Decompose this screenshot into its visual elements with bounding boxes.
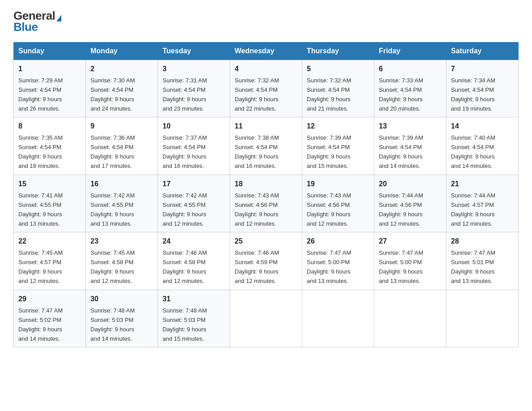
calendar-cell: 12Sunrise: 7:39 AMSunset: 4:54 PMDayligh… xyxy=(302,117,374,175)
calendar-cell: 25Sunrise: 7:46 AMSunset: 4:59 PMDayligh… xyxy=(230,232,302,290)
day-number: 25 xyxy=(235,236,297,247)
day-number: 16 xyxy=(90,179,153,190)
day-info: Sunrise: 7:46 AMSunset: 4:58 PMDaylight:… xyxy=(163,249,207,284)
day-number: 21 xyxy=(451,179,514,190)
day-number: 26 xyxy=(307,236,369,247)
calendar-cell: 21Sunrise: 7:44 AMSunset: 4:57 PMDayligh… xyxy=(446,175,519,232)
calendar-cell: 18Sunrise: 7:43 AMSunset: 4:56 PMDayligh… xyxy=(230,175,302,232)
calendar-week-row: 22Sunrise: 7:45 AMSunset: 4:57 PMDayligh… xyxy=(14,232,519,290)
day-number: 11 xyxy=(235,121,297,132)
day-number: 12 xyxy=(307,121,369,132)
day-info: Sunrise: 7:47 AMSunset: 5:01 PMDaylight:… xyxy=(451,249,495,284)
day-number: 15 xyxy=(18,179,81,190)
calendar-cell: 23Sunrise: 7:45 AMSunset: 4:58 PMDayligh… xyxy=(86,232,158,290)
calendar-cell: 15Sunrise: 7:41 AMSunset: 4:55 PMDayligh… xyxy=(14,175,86,232)
day-info: Sunrise: 7:45 AMSunset: 4:57 PMDaylight:… xyxy=(18,249,63,284)
day-info: Sunrise: 7:36 AMSunset: 4:54 PMDaylight:… xyxy=(90,134,135,169)
calendar-header-row: SundayMondayTuesdayWednesdayThursdayFrid… xyxy=(14,43,519,60)
calendar-cell: 29Sunrise: 7:47 AMSunset: 5:02 PMDayligh… xyxy=(14,290,86,347)
calendar-cell: 13Sunrise: 7:39 AMSunset: 4:54 PMDayligh… xyxy=(374,117,446,175)
logo-blue-text: Blue xyxy=(13,20,38,34)
day-info: Sunrise: 7:43 AMSunset: 4:56 PMDaylight:… xyxy=(307,192,351,227)
calendar-cell: 5Sunrise: 7:32 AMSunset: 4:54 PMDaylight… xyxy=(302,60,374,117)
logo: General Blue xyxy=(13,9,61,34)
day-info: Sunrise: 7:31 AMSunset: 4:54 PMDaylight:… xyxy=(163,77,207,112)
calendar-cell: 9Sunrise: 7:36 AMSunset: 4:54 PMDaylight… xyxy=(86,117,158,175)
day-info: Sunrise: 7:39 AMSunset: 4:54 PMDaylight:… xyxy=(307,134,351,169)
day-number: 4 xyxy=(235,64,297,75)
day-info: Sunrise: 7:42 AMSunset: 4:55 PMDaylight:… xyxy=(90,192,135,227)
day-info: Sunrise: 7:32 AMSunset: 4:54 PMDaylight:… xyxy=(235,77,279,112)
day-number: 17 xyxy=(163,179,225,190)
calendar-cell: 3Sunrise: 7:31 AMSunset: 4:54 PMDaylight… xyxy=(158,60,230,117)
day-number: 2 xyxy=(90,64,153,75)
day-number: 13 xyxy=(379,121,442,132)
day-number: 29 xyxy=(18,294,81,305)
day-number: 3 xyxy=(163,64,225,75)
calendar-cell: 27Sunrise: 7:47 AMSunset: 5:00 PMDayligh… xyxy=(374,232,446,290)
calendar-cell: 31Sunrise: 7:48 AMSunset: 5:03 PMDayligh… xyxy=(158,290,230,347)
calendar-cell: 28Sunrise: 7:47 AMSunset: 5:01 PMDayligh… xyxy=(446,232,519,290)
day-info: Sunrise: 7:42 AMSunset: 4:55 PMDaylight:… xyxy=(163,192,207,227)
calendar-cell: 7Sunrise: 7:34 AMSunset: 4:54 PMDaylight… xyxy=(446,60,519,117)
day-info: Sunrise: 7:43 AMSunset: 4:56 PMDaylight:… xyxy=(235,192,279,227)
day-info: Sunrise: 7:45 AMSunset: 4:58 PMDaylight:… xyxy=(90,249,135,284)
day-info: Sunrise: 7:32 AMSunset: 4:54 PMDaylight:… xyxy=(307,77,351,112)
day-number: 18 xyxy=(235,179,297,190)
col-header-tuesday: Tuesday xyxy=(158,43,230,60)
day-info: Sunrise: 7:48 AMSunset: 5:03 PMDaylight:… xyxy=(90,307,135,342)
calendar-cell: 20Sunrise: 7:44 AMSunset: 4:56 PMDayligh… xyxy=(374,175,446,232)
calendar-cell: 2Sunrise: 7:30 AMSunset: 4:54 PMDaylight… xyxy=(86,60,158,117)
day-number: 14 xyxy=(451,121,514,132)
calendar-cell: 8Sunrise: 7:35 AMSunset: 4:54 PMDaylight… xyxy=(14,117,86,175)
day-number: 9 xyxy=(90,121,153,132)
day-number: 20 xyxy=(379,179,442,190)
day-info: Sunrise: 7:48 AMSunset: 5:03 PMDaylight:… xyxy=(163,307,207,342)
day-number: 28 xyxy=(451,236,514,247)
calendar-cell xyxy=(446,290,519,347)
day-number: 6 xyxy=(379,64,442,75)
calendar-cell: 16Sunrise: 7:42 AMSunset: 4:55 PMDayligh… xyxy=(86,175,158,232)
day-number: 30 xyxy=(90,294,153,305)
calendar-cell xyxy=(230,290,302,347)
day-info: Sunrise: 7:44 AMSunset: 4:57 PMDaylight:… xyxy=(451,192,495,227)
day-info: Sunrise: 7:41 AMSunset: 4:55 PMDaylight:… xyxy=(18,192,63,227)
day-info: Sunrise: 7:30 AMSunset: 4:54 PMDaylight:… xyxy=(90,77,135,112)
day-info: Sunrise: 7:38 AMSunset: 4:54 PMDaylight:… xyxy=(235,134,279,169)
calendar-table: SundayMondayTuesdayWednesdayThursdayFrid… xyxy=(13,42,519,347)
col-header-sunday: Sunday xyxy=(14,43,86,60)
day-info: Sunrise: 7:33 AMSunset: 4:54 PMDaylight:… xyxy=(379,77,423,112)
day-info: Sunrise: 7:39 AMSunset: 4:54 PMDaylight:… xyxy=(379,134,423,169)
calendar-cell: 1Sunrise: 7:29 AMSunset: 4:54 PMDaylight… xyxy=(14,60,86,117)
day-info: Sunrise: 7:46 AMSunset: 4:59 PMDaylight:… xyxy=(235,249,279,284)
calendar-cell: 26Sunrise: 7:47 AMSunset: 5:00 PMDayligh… xyxy=(302,232,374,290)
calendar-cell: 17Sunrise: 7:42 AMSunset: 4:55 PMDayligh… xyxy=(158,175,230,232)
day-number: 1 xyxy=(18,64,81,75)
col-header-friday: Friday xyxy=(374,43,446,60)
day-number: 24 xyxy=(163,236,225,247)
calendar-week-row: 29Sunrise: 7:47 AMSunset: 5:02 PMDayligh… xyxy=(14,290,519,347)
calendar-cell xyxy=(374,290,446,347)
calendar-week-row: 8Sunrise: 7:35 AMSunset: 4:54 PMDaylight… xyxy=(14,117,519,175)
day-info: Sunrise: 7:47 AMSunset: 5:00 PMDaylight:… xyxy=(379,249,423,284)
col-header-thursday: Thursday xyxy=(302,43,374,60)
day-number: 23 xyxy=(90,236,153,247)
day-info: Sunrise: 7:40 AMSunset: 4:54 PMDaylight:… xyxy=(451,134,495,169)
calendar-cell: 14Sunrise: 7:40 AMSunset: 4:54 PMDayligh… xyxy=(446,117,519,175)
calendar-week-row: 1Sunrise: 7:29 AMSunset: 4:54 PMDaylight… xyxy=(14,60,519,117)
col-header-saturday: Saturday xyxy=(446,43,519,60)
day-number: 22 xyxy=(18,236,81,247)
col-header-wednesday: Wednesday xyxy=(230,43,302,60)
calendar-cell: 10Sunrise: 7:37 AMSunset: 4:54 PMDayligh… xyxy=(158,117,230,175)
day-number: 8 xyxy=(18,121,81,132)
calendar-cell xyxy=(302,290,374,347)
calendar-cell: 4Sunrise: 7:32 AMSunset: 4:54 PMDaylight… xyxy=(230,60,302,117)
col-header-monday: Monday xyxy=(86,43,158,60)
day-number: 7 xyxy=(451,64,514,75)
logo-triangle-icon xyxy=(56,15,61,21)
calendar-week-row: 15Sunrise: 7:41 AMSunset: 4:55 PMDayligh… xyxy=(14,175,519,232)
day-number: 10 xyxy=(163,121,225,132)
day-info: Sunrise: 7:44 AMSunset: 4:56 PMDaylight:… xyxy=(379,192,423,227)
calendar-cell: 30Sunrise: 7:48 AMSunset: 5:03 PMDayligh… xyxy=(86,290,158,347)
day-info: Sunrise: 7:29 AMSunset: 4:54 PMDaylight:… xyxy=(18,77,63,112)
